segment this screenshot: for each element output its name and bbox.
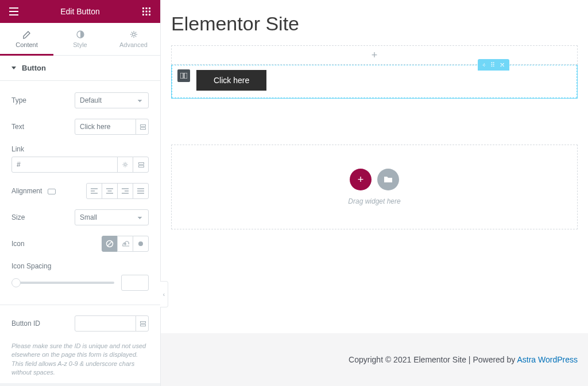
drag-hint: Drag widget here	[348, 197, 400, 205]
add-widget-button[interactable]: +	[350, 169, 372, 190]
button-id-help-text: Please make sure the ID is unique and no…	[11, 342, 149, 377]
type-label: Type	[11, 96, 75, 104]
button-id-label: Button ID	[11, 319, 75, 327]
svg-point-13	[138, 241, 143, 246]
type-select[interactable]: Default	[75, 92, 149, 108]
svg-rect-15	[184, 73, 187, 79]
caret-down-icon	[11, 67, 16, 69]
menu-button[interactable]	[7, 5, 21, 18]
slider-thumb[interactable]	[11, 278, 21, 287]
site-footer: Copyright © 2021 Elementor Site | Powere…	[161, 333, 588, 386]
gear-icon	[122, 161, 129, 168]
svg-point-10	[132, 33, 135, 36]
panel-header: Edit Button	[0, 0, 160, 23]
folder-icon	[384, 176, 393, 184]
widgets-button[interactable]	[140, 5, 153, 18]
stack-icon	[139, 320, 146, 327]
icon-library-button[interactable]	[133, 236, 149, 252]
section-toggle-button[interactable]: Button	[0, 56, 160, 81]
column-icon	[180, 73, 187, 79]
stack-icon	[139, 123, 146, 130]
icon-none-button[interactable]	[102, 236, 118, 252]
gear-icon	[129, 30, 138, 39]
tab-style[interactable]: Style	[53, 23, 107, 55]
svg-rect-6	[142, 14, 144, 15]
svg-point-11	[124, 163, 126, 166]
panel-title: Edit Button	[21, 7, 140, 16]
preview-area: ‹ Elementor Site + + ⠿ ✕ Click here	[161, 0, 588, 386]
svg-rect-8	[149, 14, 150, 15]
ban-icon	[106, 240, 114, 248]
text-label: Text	[11, 123, 75, 131]
align-left-button[interactable]	[86, 183, 102, 199]
column-handle[interactable]	[177, 69, 190, 82]
svg-rect-1	[146, 7, 148, 9]
size-select[interactable]: Small	[75, 209, 149, 225]
icon-label: Icon	[11, 240, 75, 248]
svg-rect-0	[142, 7, 144, 9]
contrast-icon	[76, 30, 85, 39]
svg-rect-5	[149, 11, 150, 13]
collapse-sidebar-button[interactable]: ‹	[160, 281, 168, 307]
button-widget[interactable]: Click here	[196, 70, 266, 91]
align-justify-button[interactable]	[133, 183, 149, 199]
link-input[interactable]	[11, 157, 118, 173]
icon-upload-button[interactable]	[117, 236, 133, 252]
circle-icon	[138, 241, 144, 247]
pencil-icon	[22, 30, 32, 39]
align-right-button[interactable]	[117, 183, 133, 199]
dynamic-tags-button[interactable]	[133, 157, 149, 173]
svg-rect-2	[149, 7, 150, 9]
panel-body: Button Type Default Text	[0, 56, 160, 386]
text-input[interactable]	[75, 119, 136, 135]
align-center-button[interactable]	[102, 183, 118, 199]
theme-link[interactable]: Astra WordPress	[517, 355, 578, 364]
svg-rect-4	[146, 11, 148, 13]
svg-rect-14	[180, 73, 183, 79]
size-label: Size	[11, 213, 75, 221]
empty-section[interactable]: + Drag widget here	[171, 145, 578, 229]
button-id-input[interactable]	[75, 315, 136, 332]
upload-icon	[121, 240, 129, 247]
svg-rect-7	[146, 14, 148, 15]
panel-tabs: Content Style Advanced	[0, 23, 160, 56]
icon-spacing-slider[interactable]	[11, 282, 114, 284]
link-options-button[interactable]	[117, 157, 133, 173]
template-library-button[interactable]	[377, 169, 399, 190]
tab-content[interactable]: Content	[0, 23, 53, 56]
link-label: Link	[11, 145, 149, 153]
need-help-link[interactable]: Need Help ?	[0, 383, 160, 386]
desktop-icon[interactable]	[48, 189, 56, 194]
active-section[interactable]: Click here	[171, 65, 578, 99]
icon-spacing-label: Icon Spacing	[11, 262, 149, 270]
dynamic-tags-button[interactable]	[136, 119, 149, 135]
dynamic-tags-button[interactable]	[136, 315, 149, 332]
editor-sidebar: Edit Button Content Style Advanced But	[0, 0, 161, 386]
add-section-button[interactable]: +	[171, 45, 578, 65]
alignment-label: Alignment	[11, 187, 75, 195]
stack-icon	[137, 161, 144, 168]
icon-spacing-input[interactable]	[121, 275, 149, 291]
site-title: Elementor Site	[161, 0, 588, 45]
svg-rect-3	[142, 11, 144, 13]
tab-advanced[interactable]: Advanced	[107, 23, 160, 55]
